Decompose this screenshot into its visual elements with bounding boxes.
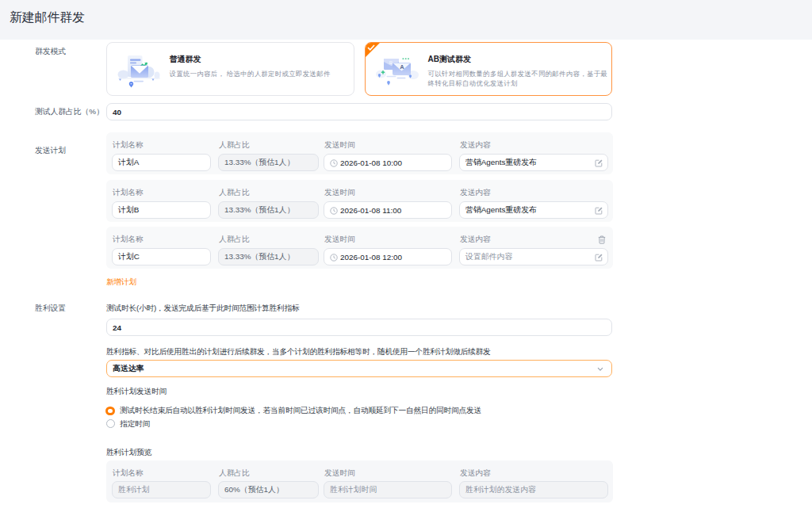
- svg-text:A: A: [400, 63, 404, 71]
